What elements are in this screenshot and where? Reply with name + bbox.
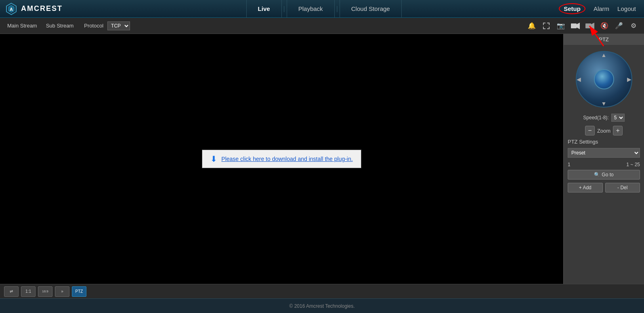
svg-rect-15 — [585, 23, 591, 28]
protocol-label: Protocol — [84, 23, 103, 29]
main-stream-btn[interactable]: Main Stream — [5, 22, 40, 30]
nav-setup[interactable]: Setup — [559, 3, 585, 14]
svg-text:A: A — [10, 7, 13, 12]
volume-icon[interactable]: 🔇 — [599, 20, 610, 32]
preset-range: 1 ~ 25 — [626, 162, 640, 167]
nav-right: Setup Alarm Logout — [559, 3, 644, 14]
amcrest-logo-icon: A — [5, 2, 18, 15]
search-icon: 🔍 — [594, 172, 600, 178]
microphone-icon[interactable]: 🎤 — [613, 20, 625, 32]
video-panel: ⬇ Please click here to download and inst… — [0, 34, 563, 284]
plugin-download-msg[interactable]: ⬇ Please click here to download and inst… — [202, 150, 361, 168]
preset-num-row: 1 1 ~ 25 — [568, 162, 640, 167]
settings-gear-icon[interactable]: ⚙ — [628, 20, 639, 32]
zoom-label: Zoom — [597, 128, 610, 134]
add-del-row: + Add - Del — [568, 183, 640, 192]
add-preset-btn[interactable]: + Add — [568, 183, 603, 192]
camera-video-icon[interactable] — [584, 20, 596, 32]
speed-label: Speed(1-8): — [583, 115, 608, 121]
svg-marker-14 — [577, 23, 580, 29]
record-icon[interactable] — [570, 20, 581, 32]
nav-playback[interactable]: Playback — [287, 0, 335, 18]
skip-btn[interactable]: » — [55, 286, 69, 297]
nav-logout[interactable]: Logout — [617, 5, 636, 12]
ptz-speed-row: Speed(1-8): 5 1234 678 — [564, 114, 644, 122]
del-preset-btn[interactable]: - Del — [605, 183, 640, 192]
plugin-link[interactable]: Please click here to download and instal… — [221, 156, 352, 162]
ptz-down-arrow[interactable]: ▼ — [601, 100, 607, 107]
nav-alarm[interactable]: Alarm — [594, 5, 609, 12]
ptz-settings-title: PTZ Settings — [564, 135, 644, 146]
header: A AMCREST Live | Playback | Cloud Storag… — [0, 0, 644, 18]
ratio-1to1-btn[interactable]: 1:1 — [21, 286, 36, 297]
zoom-row: − Zoom + — [585, 126, 623, 135]
speed-select[interactable]: 5 1234 678 — [611, 114, 625, 122]
nav-live[interactable]: Live — [246, 0, 282, 18]
svg-marker-16 — [591, 23, 594, 29]
nav-cloud-storage[interactable]: Cloud Storage — [340, 0, 402, 18]
svg-rect-13 — [571, 23, 577, 28]
svg-rect-10 — [543, 27, 544, 29]
main-content: ⬇ Please click here to download and inst… — [0, 34, 644, 284]
bottom-ptz-spacer — [563, 284, 644, 298]
ptz-left-arrow[interactable]: ◀ — [577, 76, 581, 82]
protocol-select[interactable]: TCP UDP — [107, 21, 130, 30]
ptz-right-arrow[interactable]: ▶ — [627, 76, 631, 82]
nav-area: Live | Playback | Cloud Storage — [89, 0, 559, 18]
copyright-text: © 2016 Amcrest Technologies. — [289, 303, 355, 309]
svg-rect-8 — [549, 23, 550, 25]
goto-label: Go to — [602, 172, 613, 178]
bottom-toolbar: ⇌ 1:1 16:9 » PTZ — [0, 284, 563, 298]
bottom-toolbar-row: ⇌ 1:1 16:9 » PTZ — [0, 284, 644, 298]
ptz-title: PTZ — [564, 34, 644, 45]
sub-stream-btn[interactable]: Sub Stream — [44, 22, 76, 30]
svg-rect-6 — [543, 23, 544, 25]
snapshot-icon[interactable]: 📷 — [555, 20, 566, 32]
goto-button[interactable]: 🔍 Go to — [568, 170, 640, 180]
ptz-inner-circle[interactable] — [594, 69, 614, 89]
preset-number: 1 — [568, 162, 571, 167]
ptz-mode-btn[interactable]: PTZ — [72, 286, 86, 297]
ptz-up-arrow[interactable]: ▲ — [601, 52, 607, 58]
toolbar: Main Stream Sub Stream Protocol TCP UDP … — [0, 18, 644, 34]
stream-toggle-btn[interactable]: ⇌ — [4, 286, 19, 297]
logo-area: A AMCREST — [0, 2, 89, 15]
zoom-in-btn[interactable]: + — [613, 126, 623, 135]
toolbar-right-icons: 🔔 📷 — [526, 20, 639, 32]
preset-select-row: Preset Tour Pattern — [568, 148, 640, 158]
preset-type-select[interactable]: Preset Tour Pattern — [568, 148, 640, 158]
zoom-out-btn[interactable]: − — [585, 126, 595, 135]
ptz-joystick: ▲ ▼ ◀ ▶ — [576, 51, 632, 108]
alarm-bell-icon[interactable]: 🔔 — [526, 20, 537, 32]
download-icon: ⬇ — [210, 154, 217, 164]
ptz-panel: PTZ ▲ ▼ ◀ ▶ Speed(1-8): 5 1234 678 − Zoo… — [563, 34, 644, 284]
footer: © 2016 Amcrest Technologies. — [0, 298, 644, 313]
fullscreen-icon[interactable] — [541, 20, 552, 32]
logo-text: AMCREST — [21, 4, 63, 13]
ratio-16-9-btn[interactable]: 16:9 — [38, 286, 52, 297]
svg-rect-12 — [549, 27, 550, 29]
